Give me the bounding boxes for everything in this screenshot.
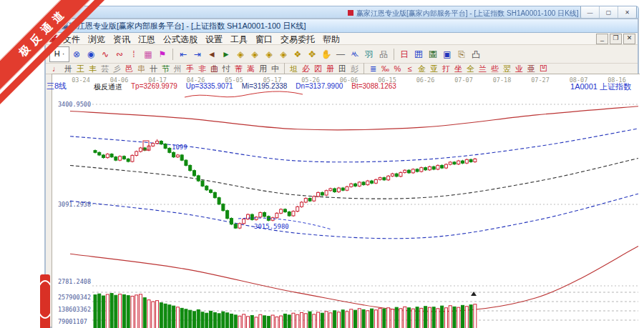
- menu-bar: 赢 文件浏览资讯江恩公式选股设置工具窗口交易委托帮助 _❐✕: [46, 33, 638, 45]
- menu-item-8[interactable]: 窗口: [255, 34, 273, 44]
- expand-vertical-icon[interactable]: ❖: [291, 47, 305, 61]
- strike-tool-icon[interactable]: 打: [440, 64, 452, 74]
- ye-tool-icon[interactable]: 业: [513, 64, 525, 74]
- stats-table-icon[interactable]: 圕: [426, 47, 440, 61]
- zoom-in-icon[interactable]: ◈: [262, 47, 276, 61]
- channel-tool-icon[interactable]: 州: [172, 64, 184, 74]
- price-grid: 3400.95003091.29382781.24082579003421386…: [58, 101, 638, 328]
- mdi-restore-button[interactable]: ❐: [610, 34, 622, 44]
- pen-tool-icon[interactable]: 必: [300, 64, 312, 74]
- export-copy-icon[interactable]: ⎘: [454, 47, 469, 61]
- box-tool-icon[interactable]: 用: [257, 64, 269, 74]
- menu-item-7[interactable]: 工具: [230, 34, 248, 44]
- indicator-value-2: Up=3335.9071: [186, 82, 233, 92]
- outer-maximize-button[interactable]: ▢: [600, 6, 618, 19]
- olive-box-icon[interactable]: 坦: [288, 64, 300, 74]
- bar-pattern-icon[interactable]: 非: [196, 64, 208, 74]
- trend-curve2-icon[interactable]: ∾: [112, 47, 127, 61]
- outer-close-button[interactable]: ✕: [618, 6, 636, 19]
- gann-wheel-icon[interactable]: 羽: [362, 47, 376, 61]
- xie-tool-icon[interactable]: 些: [489, 64, 501, 74]
- compare-icon[interactable]: ≤: [404, 64, 416, 74]
- svg-text:3091.2938: 3091.2938: [58, 201, 91, 208]
- lan-tool-icon[interactable]: 兰: [477, 64, 489, 74]
- permille-icon[interactable]: ‰: [379, 64, 391, 74]
- info-circle-icon[interactable]: ◉: [84, 47, 98, 61]
- print-icon[interactable]: 凸: [469, 47, 483, 61]
- menu-item-10[interactable]: 帮助: [323, 34, 340, 44]
- green-band-icon[interactable]: 节: [160, 64, 172, 74]
- group-windows-icon[interactable]: 品: [376, 47, 391, 61]
- wave-tool-icon[interactable]: ᄿ: [348, 47, 362, 61]
- symbol-label: 1A0001 上证指数: [570, 81, 631, 92]
- gold-ratio-icon[interactable]: 金: [416, 64, 428, 74]
- drag-hand-icon[interactable]: ✋: [319, 47, 333, 61]
- candles-layer: [94, 139, 477, 229]
- next-bar-icon[interactable]: ►: [219, 47, 233, 61]
- concave-icon[interactable]: 凹: [537, 64, 550, 74]
- parallel-lines-icon[interactable]: 卄: [147, 64, 160, 74]
- center-line-icon[interactable]: 中: [269, 64, 281, 74]
- pattern-grid-icon[interactable]: ▦: [141, 47, 155, 61]
- fib-lines-icon[interactable]: 芸: [99, 64, 111, 74]
- flag-icon[interactable]: ⚑: [155, 47, 170, 61]
- hand-draw-icon[interactable]: 手: [184, 64, 196, 74]
- cycle-tool-icon[interactable]: 邑: [123, 64, 135, 74]
- low-annotation: 3015.5980: [254, 223, 289, 230]
- trend-curve-icon[interactable]: ∿: [98, 47, 112, 61]
- percent-icon[interactable]: %: [391, 64, 404, 74]
- left-red-decoration: [40, 274, 50, 328]
- menu-item-6[interactable]: 设置: [205, 34, 223, 44]
- gann-box-icon[interactable]: 丰: [87, 64, 99, 74]
- mdi-close-button[interactable]: ✕: [623, 34, 635, 44]
- measure-icon[interactable]: 忖: [220, 64, 233, 74]
- ruler-icon[interactable]: 册: [324, 64, 336, 74]
- quan-tool-icon[interactable]: 全: [464, 64, 477, 74]
- minus-line-icon[interactable]: —: [333, 47, 348, 61]
- gann-square-icon[interactable]: 嵩: [245, 64, 257, 74]
- prev-bar-icon[interactable]: ◄: [205, 47, 219, 61]
- circle-tool-icon[interactable]: 串: [135, 64, 147, 74]
- gann-grid-icon[interactable]: 王: [74, 64, 87, 74]
- mdi-minimize-button[interactable]: _: [596, 34, 608, 44]
- menu-item-5[interactable]: 公式选股: [163, 34, 197, 44]
- dotted-line-icon[interactable]: ⁞: [127, 47, 141, 61]
- crosshair-icon[interactable]: ⊗: [69, 47, 84, 61]
- callout-icon[interactable]: 図: [312, 64, 324, 74]
- grid-lines-icon[interactable]: 卅: [62, 64, 74, 74]
- menu-items: 文件浏览资讯江恩公式选股设置工具窗口交易委托帮助: [63, 32, 348, 46]
- dark-grid-icon[interactable]: 曲: [208, 64, 220, 74]
- title-bar[interactable]: 赢 赢家江恩专业版[赢家内部服务平台] - [上证指数 SH1A0001-100…: [46, 19, 638, 33]
- menu-item-9[interactable]: 交易委托: [280, 34, 315, 44]
- dark-ya-icon[interactable]: 亜: [525, 64, 537, 74]
- outer-minimize-button[interactable]: —: [581, 6, 600, 19]
- svg-text:07-27: 07-27: [531, 76, 550, 84]
- list-icon[interactable]: ≣: [367, 64, 379, 74]
- hand-drawn-arc: [185, 91, 303, 97]
- menu-item-4[interactable]: 江恩: [138, 34, 155, 44]
- mdi-window-controls: _❐✕: [596, 34, 635, 44]
- window-title: 赢家江恩专业版[赢家内部服务平台] - [上证指数 SH1A0001-100 日…: [62, 21, 306, 31]
- level-tool-icon[interactable]: 亚: [428, 64, 440, 74]
- magnet-tool-icon[interactable]: ♩: [50, 64, 62, 74]
- yi-tool-icon[interactable]: 翌: [501, 64, 513, 74]
- square-tool-icon[interactable]: 田: [336, 64, 348, 74]
- speed-lines-icon[interactable]: 彡: [111, 64, 123, 74]
- support-tool-icon[interactable]: 坐: [452, 64, 464, 74]
- zoom-out-icon[interactable]: ◈: [276, 47, 291, 61]
- save-icon[interactable]: ▣: [440, 47, 454, 61]
- zoom-right-icon[interactable]: ◈: [248, 47, 262, 61]
- zoom-left-icon[interactable]: ◈: [233, 47, 248, 61]
- shadow-lines-icon[interactable]: 彭: [348, 64, 361, 74]
- first-page-icon[interactable]: ⇤: [176, 47, 190, 61]
- last-page-icon[interactable]: ⇥: [190, 47, 205, 61]
- menu-item-2[interactable]: 浏览: [88, 34, 105, 44]
- channel-line-Tp-top-line: [70, 106, 638, 130]
- red-fan-icon[interactable]: 芾: [233, 64, 245, 74]
- kline-chart-canvas[interactable]: 03-2404-0604-1704-2605-0505-1705-2606-06…: [52, 74, 640, 328]
- channel-line-Mi-line: [70, 159, 638, 199]
- expand-horizontal-icon[interactable]: ✥: [305, 47, 319, 61]
- calculator-icon[interactable]: 囲: [411, 47, 426, 61]
- calendar-icon[interactable]: 日: [397, 47, 411, 61]
- menu-item-3[interactable]: 资讯: [113, 34, 130, 44]
